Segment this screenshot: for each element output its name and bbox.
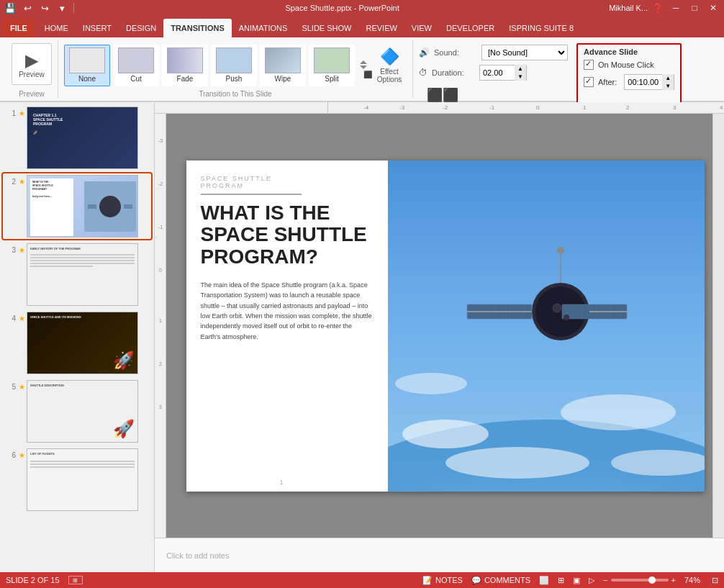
scroll-down-icon [360, 65, 367, 69]
transition-none-icon [69, 48, 105, 73]
zoom-slider[interactable] [611, 579, 669, 582]
fit-icon[interactable]: ⊡ [712, 576, 718, 585]
sound-icon: 🔊 [419, 48, 430, 58]
svg-point-21 [445, 447, 589, 479]
svg-point-19 [402, 420, 489, 448]
duration-input[interactable] [480, 65, 515, 80]
svg-text:0: 0 [536, 104, 540, 111]
tab-view[interactable]: VIEW [404, 19, 439, 37]
transition-none-button[interactable]: None [64, 45, 110, 86]
preview-label: Preview [19, 71, 45, 78]
slide-mode-icon[interactable]: ⊞ [68, 576, 83, 584]
duration-down[interactable]: ▼ [515, 73, 526, 81]
notes-button[interactable]: 📝 NOTES [422, 576, 463, 585]
comments-icon: 💬 [471, 576, 481, 585]
preview-group-label: Preview [19, 87, 45, 98]
after-row: After: ▲ ▼ [584, 73, 674, 91]
slide-number: 1 [4, 109, 16, 117]
svg-text:-1: -1 [158, 225, 162, 230]
transition-fade-button[interactable]: Fade [162, 45, 208, 86]
ruler-marks: -4 -3 -2 -1 0 1 2 3 4 [327, 102, 724, 113]
transition-fade-icon [167, 48, 203, 73]
tab-ispring[interactable]: ISPRING SUITE 8 [502, 19, 581, 37]
maximize-button[interactable]: □ [687, 0, 702, 16]
after-down[interactable]: ▼ [662, 82, 674, 90]
save-button[interactable]: 💾 [3, 1, 17, 15]
tab-animations[interactable]: ANIMATIONS [232, 19, 295, 37]
duration-up[interactable]: ▲ [515, 65, 526, 73]
slide-item[interactable]: 4 ★ SPACE SHUTTLE AND ITS MISSIONS 🚀 [3, 310, 151, 376]
vertical-scrollbar[interactable] [712, 114, 724, 538]
slide-canvas[interactable]: SPACE SHUTTLE PROGRAM WHAT IS THE SPACE … [186, 160, 705, 492]
slide-item[interactable]: 2 ★ WHAT IS THESPACE SHUTTLEPROGRAM?body… [3, 173, 151, 239]
minimize-button[interactable]: ─ [668, 0, 684, 16]
tab-file[interactable]: FILE [3, 19, 35, 37]
after-checkbox[interactable] [584, 77, 594, 87]
effect-options-button[interactable]: 🔷 Effect Options [372, 45, 407, 86]
slide-thumbnail: CHAPTER 1.1SPACE SHUTTLEPROGRAM🚀 [27, 107, 138, 169]
tab-design[interactable]: DESIGN [119, 19, 163, 37]
slide-number: 3 [4, 246, 16, 254]
transition-cut-button[interactable]: Cut [113, 45, 159, 86]
zoom-thumb[interactable] [648, 576, 656, 584]
quickaccess-dropdown[interactable]: ▾ [55, 1, 69, 15]
sound-select[interactable]: [No Sound] [481, 45, 568, 60]
transition-push-button[interactable]: Push [211, 45, 257, 86]
user-name: Mikhail K... [609, 4, 648, 12]
slide-star-icon: ★ [19, 246, 25, 254]
transition-wipe-icon [265, 48, 301, 73]
preview-button[interactable]: ▶ Preview [12, 43, 52, 85]
view-slides-button[interactable]: ⊞ [558, 576, 564, 585]
slide-item[interactable]: 1 ★ CHAPTER 1.1SPACE SHUTTLEPROGRAM🚀 [3, 105, 151, 171]
slide-item[interactable]: 3 ★ EARLY HISTORY OF THE PROGRAM [3, 242, 151, 307]
after-spinner: ▲ ▼ [662, 74, 674, 90]
notes-label: NOTES [435, 576, 463, 584]
after-input[interactable] [625, 75, 662, 89]
transition-split-icon [314, 48, 350, 73]
after-up[interactable]: ▲ [662, 74, 674, 82]
help-icon[interactable]: ❓ [651, 1, 665, 15]
svg-text:3: 3 [159, 404, 162, 410]
view-slideshow-button[interactable]: ▷ [589, 576, 594, 585]
slide-area: -4 -3 -2 -1 0 1 2 3 4 -3 -2 -1 [155, 102, 724, 572]
redo-button[interactable]: ↪ [37, 1, 52, 15]
ruler-vertical: -3 -2 -1 0 1 2 3 [155, 114, 166, 538]
slide-item[interactable]: 6 ★ LIST OF FLIGHTS [3, 447, 151, 512]
transition-split-button[interactable]: Split [309, 45, 355, 86]
slide-thumbnail: SPACE SHUTTLE AND ITS MISSIONS 🚀 [27, 312, 138, 374]
on-mouse-click-checkbox[interactable] [584, 60, 594, 70]
slide-thumbnail: WHAT IS THESPACE SHUTTLEPROGRAM?body tex… [27, 175, 138, 238]
tab-slideshow[interactable]: SLIDE SHOW [294, 19, 358, 37]
zoom-in-icon[interactable]: + [671, 576, 676, 584]
tab-insert[interactable]: INSERT [76, 19, 119, 37]
ribbon-group-transitions: None Cut Fade Push Wipe Split [58, 40, 413, 98]
tab-developer[interactable]: DEVELOPER [439, 19, 502, 37]
app-title: Space Shuttle.pptx - PowerPoint [78, 4, 606, 12]
zoom-controls[interactable]: − + [603, 576, 676, 584]
svg-point-40 [553, 304, 561, 312]
comments-button[interactable]: 💬 COMMENTS [471, 576, 530, 585]
svg-text:-1: -1 [489, 104, 495, 111]
sound-label: Sound: [434, 48, 477, 57]
zoom-out-icon[interactable]: − [603, 576, 607, 584]
svg-text:3: 3 [673, 104, 677, 111]
slide-item[interactable]: 5 ★ SHUTTLE DESCRIPTION 🚀 [3, 379, 151, 444]
tab-transitions[interactable]: TRANSITIONS [163, 19, 232, 37]
duration-input-wrapper: ▲ ▼ [479, 65, 527, 81]
tab-home[interactable]: HOME [37, 19, 76, 37]
transition-split-label: Split [325, 75, 338, 83]
transition-wipe-button[interactable]: Wipe [260, 45, 306, 86]
slide-thumbnail: EARLY HISTORY OF THE PROGRAM [27, 243, 138, 306]
transition-scroll[interactable]: ⬛ [358, 45, 369, 86]
slide-number: 6 [4, 451, 16, 459]
slide-star-icon: ★ [19, 178, 25, 186]
close-button[interactable]: ✕ [705, 0, 721, 16]
undo-button[interactable]: ↩ [20, 1, 35, 15]
transition-push-icon [216, 48, 252, 73]
notes-area[interactable]: Click to add notes [155, 538, 724, 572]
comments-label: COMMENTS [484, 576, 530, 584]
transition-push-label: Push [226, 75, 243, 83]
tab-review[interactable]: REVIEW [358, 19, 404, 37]
view-normal-button[interactable]: ⬜ [539, 576, 549, 585]
view-reading-button[interactable]: ▣ [573, 576, 580, 585]
